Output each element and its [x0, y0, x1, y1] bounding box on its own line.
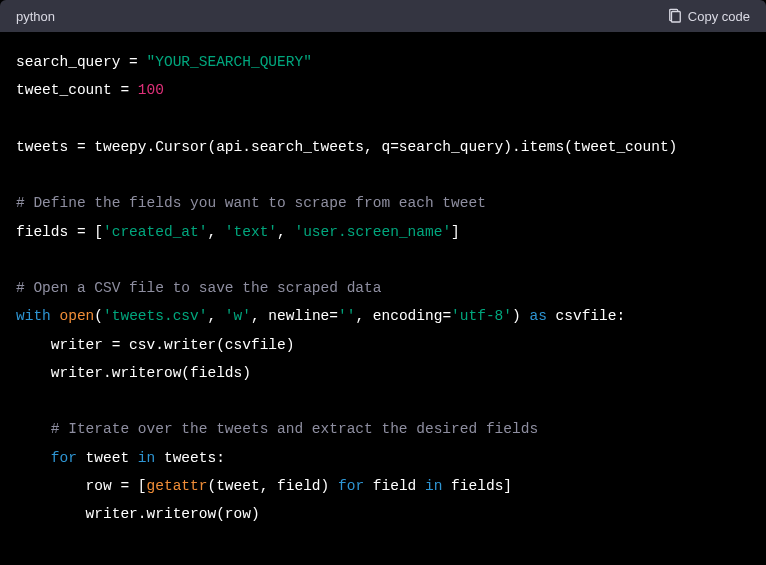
code-token: , newline= [251, 308, 338, 324]
code-token: with [16, 308, 51, 324]
code-token: 'utf-8' [451, 308, 512, 324]
code-token [51, 308, 60, 324]
code-token: writer.writerow(row) [16, 506, 260, 522]
code-token: # Iterate over the tweets and extract th… [16, 421, 538, 437]
code-token: '' [338, 308, 355, 324]
code-token: field [364, 478, 425, 494]
code-token: , encoding= [355, 308, 451, 324]
code-token: as [529, 308, 546, 324]
clipboard-icon [668, 8, 682, 24]
code-block: python Copy code search_query = "YOUR_SE… [0, 0, 766, 565]
copy-code-button[interactable]: Copy code [668, 8, 750, 24]
code-token: fields = [ [16, 224, 103, 240]
code-token: 'tweets.csv' [103, 308, 207, 324]
svg-rect-0 [671, 12, 680, 23]
code-token: # Open a CSV file to save the scraped da… [16, 280, 381, 296]
code-token: 'text' [225, 224, 277, 240]
code-token: 'w' [225, 308, 251, 324]
code-token: # Define the fields you want to scrape f… [16, 195, 486, 211]
code-token: search_query = [16, 54, 147, 70]
code-token: fields] [442, 478, 512, 494]
code-token: open [60, 308, 95, 324]
code-token: , [207, 308, 224, 324]
code-token: 100 [138, 82, 164, 98]
code-token: getattr [147, 478, 208, 494]
code-token: tweet [77, 450, 138, 466]
code-token: row = [ [16, 478, 147, 494]
code-token: , [277, 224, 294, 240]
code-content[interactable]: search_query = "YOUR_SEARCH_QUERY" tweet… [0, 32, 766, 545]
code-token: tweet_count = [16, 82, 138, 98]
code-token: for [51, 450, 77, 466]
code-token: 'created_at' [103, 224, 207, 240]
code-token: csvfile: [547, 308, 625, 324]
code-token: ) [512, 308, 529, 324]
code-token: "YOUR_SEARCH_QUERY" [147, 54, 312, 70]
code-token: for [338, 478, 364, 494]
code-header: python Copy code [0, 0, 766, 32]
code-token: in [138, 450, 155, 466]
code-token: writer = csv.writer(csvfile) [16, 337, 294, 353]
code-token: (tweet, field) [207, 478, 338, 494]
code-token [16, 450, 51, 466]
code-token: , [207, 224, 224, 240]
copy-code-label: Copy code [688, 9, 750, 24]
language-label: python [16, 9, 55, 24]
code-token: tweets: [155, 450, 225, 466]
code-token: 'user.screen_name' [294, 224, 451, 240]
code-token: in [425, 478, 442, 494]
code-token: ( [94, 308, 103, 324]
code-token: writer.writerow(fields) [16, 365, 251, 381]
code-token: tweets = tweepy.Cursor(api.search_tweets… [16, 139, 677, 155]
code-token: ] [451, 224, 460, 240]
